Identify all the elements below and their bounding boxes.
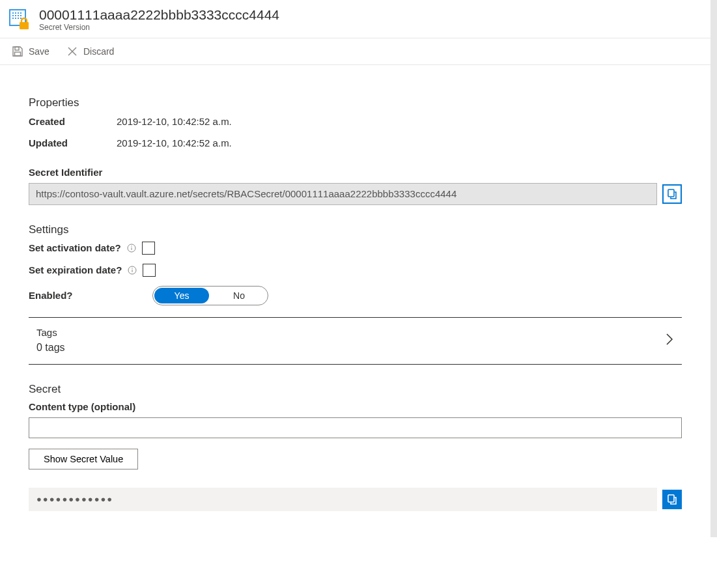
discard-label: Discard: [83, 46, 114, 57]
show-secret-value-button[interactable]: Show Secret Value: [29, 449, 138, 469]
svg-rect-18: [668, 189, 674, 197]
enabled-label: Enabled?: [29, 290, 152, 301]
svg-rect-7: [18, 15, 19, 16]
svg-rect-11: [18, 18, 19, 19]
close-icon: [66, 46, 78, 57]
secret-identifier-label: Secret Identifier: [29, 167, 682, 178]
enabled-toggle[interactable]: Yes No: [152, 286, 268, 305]
expiration-date-label: Set expiration date?: [29, 264, 122, 275]
svg-rect-13: [20, 22, 29, 29]
toolbar: Save Discard: [0, 38, 717, 65]
chevron-right-icon: [665, 332, 674, 348]
svg-rect-2: [15, 12, 16, 14]
updated-value: 2019-12-10, 10:42:52 a.m.: [117, 137, 232, 148]
enabled-row: Enabled? Yes No: [29, 286, 682, 305]
svg-rect-3: [18, 12, 19, 14]
info-icon[interactable]: [127, 265, 137, 275]
expiration-date-checkbox[interactable]: [143, 264, 156, 277]
save-icon: [12, 46, 23, 57]
secret-value-row: ●●●●●●●●●●●●: [29, 488, 682, 511]
expiration-date-row: Set expiration date?: [29, 264, 682, 277]
tags-section[interactable]: Tags 0 tags: [29, 317, 682, 365]
svg-point-21: [131, 245, 132, 246]
svg-rect-6: [15, 15, 16, 16]
activation-date-row: Set activation date?: [29, 242, 682, 255]
svg-rect-12: [20, 18, 21, 19]
page-header: 00001111aaaa2222bbbb3333cccc4444 Secret …: [0, 0, 717, 38]
tags-label: Tags: [36, 327, 65, 338]
svg-rect-8: [20, 15, 21, 16]
svg-rect-4: [20, 12, 21, 14]
svg-point-24: [132, 268, 133, 268]
svg-rect-9: [12, 18, 14, 19]
svg-rect-15: [15, 52, 21, 56]
updated-row: Updated 2019-12-10, 10:42:52 a.m.: [29, 137, 682, 148]
content-type-input[interactable]: [29, 417, 682, 438]
page-subtitle: Secret Version: [39, 23, 279, 32]
page-title: 00001111aaaa2222bbbb3333cccc4444: [39, 7, 279, 23]
secret-version-icon: [9, 9, 30, 30]
created-row: Created 2019-12-10, 10:42:52 a.m.: [29, 116, 682, 127]
activation-date-label: Set activation date?: [29, 242, 121, 253]
svg-rect-25: [668, 495, 674, 502]
svg-rect-1: [12, 12, 14, 14]
svg-rect-10: [15, 18, 16, 19]
secret-value-display: ●●●●●●●●●●●●: [29, 488, 657, 511]
copy-icon: [666, 494, 678, 505]
secret-identifier-row: [29, 183, 682, 205]
settings-heading: Settings: [29, 223, 682, 236]
secret-heading: Secret: [29, 383, 682, 396]
activation-date-checkbox[interactable]: [142, 242, 155, 255]
copy-identifier-button[interactable]: [662, 184, 682, 204]
main-content: Properties Created 2019-12-10, 10:42:52 …: [0, 65, 710, 537]
updated-label: Updated: [29, 137, 117, 148]
copy-icon: [666, 188, 678, 200]
properties-heading: Properties: [29, 96, 682, 109]
tags-count: 0 tags: [36, 342, 65, 354]
secret-identifier-input[interactable]: [29, 183, 657, 205]
created-label: Created: [29, 116, 117, 127]
created-value: 2019-12-10, 10:42:52 a.m.: [117, 116, 232, 127]
content-type-label: Content type (optional): [29, 401, 682, 412]
enabled-yes-option[interactable]: Yes: [154, 288, 209, 303]
svg-rect-5: [12, 15, 14, 16]
save-button[interactable]: Save: [9, 44, 52, 59]
discard-button[interactable]: Discard: [64, 44, 117, 59]
save-label: Save: [29, 46, 49, 57]
svg-rect-14: [15, 47, 19, 50]
info-icon[interactable]: [126, 243, 137, 253]
copy-secret-button[interactable]: [662, 490, 682, 509]
enabled-no-option[interactable]: No: [212, 288, 266, 303]
